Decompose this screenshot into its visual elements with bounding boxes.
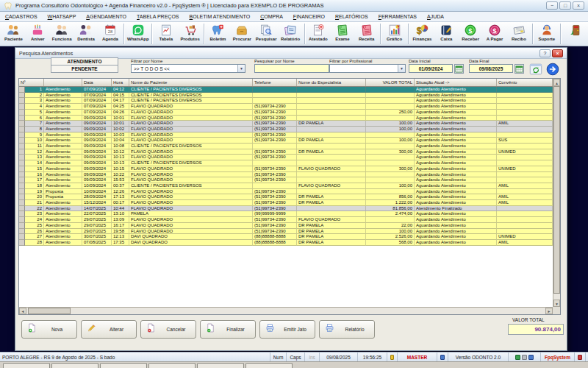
toolbar-pesquisar-button[interactable]: Pesquisar	[254, 22, 279, 46]
toolbar-exame-button[interactable]: Exame	[330, 22, 354, 46]
close-button[interactable]: ×	[573, 1, 584, 10]
refresh-button[interactable]	[528, 62, 543, 77]
table-row[interactable]: 19Proposta10/09/202412:26FLAVIO QUADRADO…	[19, 189, 553, 195]
vertical-scrollbar[interactable]: ▲ ▼	[553, 79, 560, 307]
table-row[interactable]: 10Atendimento09/09/202410:04FLAVIO QUADR…	[19, 138, 553, 144]
menu-item-boletim-atendimento[interactable]: BOLETIM ATENDIMENTO	[184, 14, 256, 19]
table-row[interactable]: 23Atendimento22/07/202513:10PAMELA(99)99…	[19, 211, 553, 217]
table-row[interactable]: 17Atendimento09/09/202415:53FLAVIO QUADR…	[19, 177, 553, 183]
nova-button[interactable]: Nova	[21, 320, 77, 339]
column-header-hora[interactable]: Hora	[112, 79, 129, 86]
relatorio-button[interactable]: Relatório	[319, 320, 375, 339]
toolbar-apagar-button[interactable]: $A Pagar	[483, 22, 507, 46]
toolbar-suporte-button[interactable]: Suporte	[534, 22, 559, 46]
taskbar-tab[interactable]	[148, 363, 196, 368]
calendar-start-button[interactable]	[454, 64, 464, 74]
column-header-telefone[interactable]: Telefone	[253, 79, 297, 86]
table-row[interactable]: 9Atendimento09/09/202410:03FLAVIO QUADRA…	[19, 132, 553, 138]
close-window-button[interactable]: ×	[552, 49, 563, 57]
menu-item-whatsapp[interactable]: WHATSAPP	[43, 14, 82, 19]
scroll-right-arrow[interactable]: ►	[545, 308, 553, 314]
toolbar-boletim-button[interactable]: Boletim	[206, 22, 230, 46]
scroll-down-arrow[interactable]: ▼	[553, 300, 560, 307]
menu-item-agendamento[interactable]: AGENDAMENTO	[81, 14, 132, 19]
table-row[interactable]: 15Atendimento09/09/202410:15FLAVIO QUADR…	[19, 166, 553, 172]
calendar-end-button[interactable]	[514, 64, 524, 74]
table-row[interactable]: 24Atendimento29/07/202513:09FLAVIO QUADR…	[19, 217, 553, 223]
table-row[interactable]: 3Atendimento07/09/202404:17CLIENTE / PAC…	[19, 98, 553, 104]
table-row[interactable]: 13Atendimento09/09/202410:13FLAVIO QUADR…	[19, 155, 553, 160]
column-header-n[interactable]: Nº	[19, 79, 44, 86]
toolbar-agenda-button[interactable]: 28Agenda	[98, 22, 123, 46]
toolbar-grafico-button[interactable]: Gráfico	[382, 22, 406, 46]
table-row[interactable]: 7Atendimento09/09/202410:01FLAVIO QUADRA…	[19, 121, 553, 127]
search-name-input[interactable]	[254, 64, 329, 73]
table-row[interactable]: 16Atendimento09/09/202410:22FLAVIO QUADR…	[19, 172, 553, 178]
table-row[interactable]: 14Atendimento09/09/202410:13CLIENTE / PA…	[19, 160, 553, 166]
table-row[interactable]: 5Atendimento07/09/202404:26FLAVIO QUADRA…	[19, 110, 553, 116]
horizontal-scroll-thumb[interactable]	[28, 308, 71, 314]
search-go-button[interactable]	[545, 62, 560, 77]
table-row[interactable]: 20Proposta28/09/202417:13FLAVIO QUADRADO…	[19, 194, 553, 200]
toolbar-caixa-button[interactable]: Caixa	[434, 22, 459, 46]
toolbar-receita-button[interactable]: Receita	[354, 22, 379, 46]
column-header-convenio[interactable]: Convênio	[497, 79, 553, 86]
column-header-especialista[interactable]: Nome do Especialista	[297, 79, 366, 86]
table-row[interactable]: 21Atendimento15/12/202400:17FLAVIO QUADR…	[19, 200, 553, 206]
column-header-paciente[interactable]: Nome do Paciente	[129, 79, 253, 86]
date-start-field[interactable]: 01/09/2024	[409, 64, 453, 73]
vertical-scroll-thumb[interactable]	[553, 86, 560, 294]
finalizar-button[interactable]: Finalizar	[200, 320, 256, 339]
filter-name-select[interactable]: >> T O D O S << ▼	[131, 64, 245, 73]
menu-item-tabela-preços[interactable]: TABELA PREÇOS	[132, 14, 184, 19]
table-row[interactable]: 18Atendimento10/09/202400:37CLIENTE / PA…	[19, 183, 553, 189]
filter-prof-select[interactable]: ▼	[329, 64, 406, 73]
emitir-jato-button[interactable]: Emitir Jato	[259, 320, 315, 339]
table-row[interactable]: 6Atendimento09/09/202410:01FLAVIO QUADRA…	[19, 116, 553, 121]
alterar-button[interactable]: Alterar	[81, 320, 137, 339]
maximize-button[interactable]: □	[559, 1, 571, 10]
column-header-valor[interactable]: VALOR TOTAL	[366, 79, 415, 86]
toolbar-recibo-button[interactable]: Recibo	[507, 22, 531, 46]
table-row[interactable]: 4Atendimento07/09/202404:25FLAVIO QUADRA…	[19, 104, 553, 110]
toolbar-sair-button[interactable]	[562, 22, 587, 46]
taskbar-tab[interactable]	[245, 363, 293, 368]
menu-item-ferramentas[interactable]: FERRAMENTAS	[373, 14, 422, 19]
toolbar-procurar-button[interactable]: Procurar	[230, 22, 254, 46]
menu-item-cadastros[interactable]: CADASTROS	[0, 14, 43, 19]
table-row[interactable]: 1Atendimento07/09/202404:12CLIENTE / PAC…	[19, 87, 553, 93]
toolbar-atestado-button[interactable]: Atestado	[306, 22, 331, 46]
taskbar-tab[interactable]	[3, 363, 50, 368]
minimize-button[interactable]: −	[546, 1, 558, 10]
table-row[interactable]: 25Atendimento29/07/202516:17FLAVIO QUADR…	[19, 223, 553, 229]
scroll-up-arrow[interactable]: ▲	[553, 79, 560, 86]
toolbar-receber-button[interactable]: $Receber	[459, 22, 483, 46]
cancelar-button[interactable]: Cancelar	[140, 320, 196, 339]
menu-item-financeiro[interactable]: FINANCEIRO	[288, 14, 330, 19]
menu-item-relat-rios[interactable]: RELATÓRIOS	[330, 14, 373, 19]
taskbar-tab[interactable]	[100, 363, 147, 368]
menu-item-ajuda[interactable]: AJUDA	[422, 14, 449, 19]
taskbar-tab[interactable]	[51, 363, 98, 368]
menu-item-compra[interactable]: COMPRA	[255, 14, 288, 19]
table-row[interactable]: 12Atendimento09/09/202410:12FLAVIO QUADR…	[19, 149, 553, 155]
date-end-field[interactable]: 09/08/2025	[469, 64, 513, 73]
table-row[interactable]: 8Atendimento09/09/202410:02FLAVIO QUADRA…	[19, 127, 553, 132]
column-header-situacao[interactable]: Situação Atual ->	[415, 79, 497, 86]
table-row[interactable]: 11Atendimento09/09/202410:08CLIENTE / PA…	[19, 144, 553, 149]
toolbar-tabela-button[interactable]: Tabela	[154, 22, 178, 46]
column-header-tipo[interactable]	[44, 79, 82, 86]
table-row[interactable]: 2Atendimento07/09/202404:15CLIENTE / PAC…	[19, 93, 553, 99]
table-row[interactable]: 28Atendimento07/08/202517:35DAVI QUADRAD…	[19, 240, 553, 246]
toolbar-aniver-button[interactable]: Aniver	[26, 22, 50, 46]
table-row[interactable]: 26Atendimento29/07/202519:58FLAVIO QUADR…	[19, 229, 553, 235]
toolbar-financas-button[interactable]: $Finanças	[410, 22, 434, 46]
scroll-left-arrow[interactable]: ◄	[19, 308, 26, 314]
toolbar-relatorio-button[interactable]: Relatório	[279, 22, 303, 46]
table-row[interactable]: 27Atendimento30/07/202512:13DAVI QUADRAD…	[19, 234, 553, 240]
taskbar-tab[interactable]	[197, 363, 244, 368]
help-button[interactable]: ?	[539, 49, 551, 57]
toolbar-paciente-button[interactable]: Paciente	[1, 22, 26, 46]
table-row[interactable]: 22Atendimento14/07/202510:44FLAVIO QUADR…	[19, 206, 553, 212]
column-header-data[interactable]: Data	[82, 79, 112, 86]
